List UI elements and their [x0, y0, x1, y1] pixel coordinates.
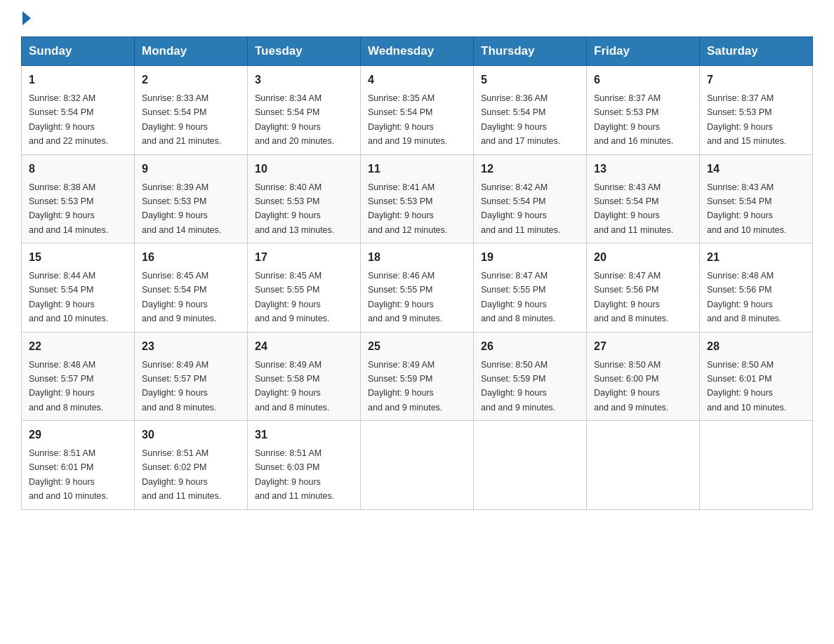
calendar-cell: 19 Sunrise: 8:47 AMSunset: 5:55 PMDaylig… — [474, 243, 587, 333]
weekday-header-sunday: Sunday — [22, 37, 135, 66]
calendar-header-row: SundayMondayTuesdayWednesdayThursdayFrid… — [22, 37, 813, 66]
calendar-cell: 29 Sunrise: 8:51 AMSunset: 6:01 PMDaylig… — [22, 421, 135, 510]
day-number: 23 — [142, 338, 240, 355]
calendar-cell: 10 Sunrise: 8:40 AMSunset: 5:53 PMDaylig… — [248, 154, 361, 243]
calendar-cell: 16 Sunrise: 8:45 AMSunset: 5:54 PMDaylig… — [135, 243, 248, 333]
calendar-cell: 18 Sunrise: 8:46 AMSunset: 5:55 PMDaylig… — [361, 243, 474, 333]
day-info: Sunrise: 8:49 AMSunset: 5:58 PMDaylight:… — [255, 360, 329, 412]
day-number: 2 — [142, 72, 240, 88]
day-info: Sunrise: 8:50 AMSunset: 5:59 PMDaylight:… — [481, 360, 555, 412]
day-number: 24 — [255, 338, 353, 355]
calendar-cell: 3 Sunrise: 8:34 AMSunset: 5:54 PMDayligh… — [248, 66, 361, 155]
day-info: Sunrise: 8:44 AMSunset: 5:54 PMDaylight:… — [29, 271, 108, 323]
day-info: Sunrise: 8:48 AMSunset: 5:57 PMDaylight:… — [29, 360, 103, 412]
day-info: Sunrise: 8:51 AMSunset: 6:02 PMDaylight:… — [142, 448, 221, 501]
calendar-cell: 5 Sunrise: 8:36 AMSunset: 5:54 PMDayligh… — [474, 66, 587, 155]
calendar-cell: 14 Sunrise: 8:43 AMSunset: 5:54 PMDaylig… — [700, 154, 813, 243]
day-number: 13 — [594, 161, 692, 177]
calendar-cell — [474, 421, 587, 510]
day-info: Sunrise: 8:40 AMSunset: 5:53 PMDaylight:… — [255, 182, 334, 235]
calendar-cell: 20 Sunrise: 8:47 AMSunset: 5:56 PMDaylig… — [587, 243, 700, 333]
day-number: 18 — [368, 249, 466, 266]
day-number: 28 — [707, 338, 805, 355]
day-info: Sunrise: 8:37 AMSunset: 5:53 PMDaylight:… — [707, 93, 786, 146]
day-number: 10 — [255, 161, 353, 177]
day-number: 8 — [29, 161, 127, 177]
day-info: Sunrise: 8:47 AMSunset: 5:55 PMDaylight:… — [481, 271, 555, 323]
calendar-week-row: 22 Sunrise: 8:48 AMSunset: 5:57 PMDaylig… — [22, 332, 813, 421]
day-number: 3 — [255, 72, 353, 88]
calendar-week-row: 1 Sunrise: 8:32 AMSunset: 5:54 PMDayligh… — [22, 66, 813, 155]
day-info: Sunrise: 8:42 AMSunset: 5:54 PMDaylight:… — [481, 182, 560, 235]
day-number: 4 — [368, 72, 466, 88]
day-info: Sunrise: 8:49 AMSunset: 5:59 PMDaylight:… — [368, 360, 442, 412]
day-number: 20 — [594, 249, 692, 266]
calendar-cell: 31 Sunrise: 8:51 AMSunset: 6:03 PMDaylig… — [248, 421, 361, 510]
day-number: 5 — [481, 72, 579, 88]
calendar-cell: 4 Sunrise: 8:35 AMSunset: 5:54 PMDayligh… — [361, 66, 474, 155]
logo — [21, 14, 31, 22]
calendar-cell — [361, 421, 474, 510]
day-number: 22 — [29, 338, 127, 355]
day-number: 7 — [707, 72, 805, 88]
day-number: 16 — [142, 249, 240, 266]
day-info: Sunrise: 8:48 AMSunset: 5:56 PMDaylight:… — [707, 271, 781, 323]
day-info: Sunrise: 8:37 AMSunset: 5:53 PMDaylight:… — [594, 93, 673, 146]
day-info: Sunrise: 8:34 AMSunset: 5:54 PMDaylight:… — [255, 93, 334, 146]
calendar-cell: 24 Sunrise: 8:49 AMSunset: 5:58 PMDaylig… — [248, 332, 361, 421]
calendar-cell: 17 Sunrise: 8:45 AMSunset: 5:55 PMDaylig… — [248, 243, 361, 333]
day-number: 12 — [481, 161, 579, 177]
calendar-week-row: 15 Sunrise: 8:44 AMSunset: 5:54 PMDaylig… — [22, 243, 813, 333]
day-number: 30 — [142, 427, 240, 443]
calendar-cell: 27 Sunrise: 8:50 AMSunset: 6:00 PMDaylig… — [587, 332, 700, 421]
day-number: 14 — [707, 161, 805, 177]
day-number: 6 — [594, 72, 692, 88]
day-info: Sunrise: 8:43 AMSunset: 5:54 PMDaylight:… — [594, 182, 673, 235]
day-info: Sunrise: 8:45 AMSunset: 5:54 PMDaylight:… — [142, 271, 216, 323]
calendar-week-row: 29 Sunrise: 8:51 AMSunset: 6:01 PMDaylig… — [22, 421, 813, 510]
day-number: 26 — [481, 338, 579, 355]
calendar-cell: 30 Sunrise: 8:51 AMSunset: 6:02 PMDaylig… — [135, 421, 248, 510]
day-info: Sunrise: 8:35 AMSunset: 5:54 PMDaylight:… — [368, 93, 447, 146]
day-info: Sunrise: 8:51 AMSunset: 6:03 PMDaylight:… — [255, 448, 334, 501]
day-number: 21 — [707, 249, 805, 266]
calendar-table: SundayMondayTuesdayWednesdayThursdayFrid… — [21, 36, 813, 510]
calendar-cell — [587, 421, 700, 510]
day-number: 1 — [29, 72, 127, 88]
calendar-cell: 11 Sunrise: 8:41 AMSunset: 5:53 PMDaylig… — [361, 154, 474, 243]
calendar-cell: 8 Sunrise: 8:38 AMSunset: 5:53 PMDayligh… — [22, 154, 135, 243]
day-info: Sunrise: 8:32 AMSunset: 5:54 PMDaylight:… — [29, 93, 108, 146]
calendar-cell: 28 Sunrise: 8:50 AMSunset: 6:01 PMDaylig… — [700, 332, 813, 421]
day-number: 11 — [368, 161, 466, 177]
day-info: Sunrise: 8:49 AMSunset: 5:57 PMDaylight:… — [142, 360, 216, 412]
weekday-header-friday: Friday — [587, 37, 700, 66]
calendar-cell: 26 Sunrise: 8:50 AMSunset: 5:59 PMDaylig… — [474, 332, 587, 421]
calendar-cell: 2 Sunrise: 8:33 AMSunset: 5:54 PMDayligh… — [135, 66, 248, 155]
weekday-header-monday: Monday — [135, 37, 248, 66]
day-number: 29 — [29, 427, 127, 443]
calendar-week-row: 8 Sunrise: 8:38 AMSunset: 5:53 PMDayligh… — [22, 154, 813, 243]
weekday-header-wednesday: Wednesday — [361, 37, 474, 66]
day-number: 9 — [142, 161, 240, 177]
calendar-cell: 12 Sunrise: 8:42 AMSunset: 5:54 PMDaylig… — [474, 154, 587, 243]
calendar-cell: 9 Sunrise: 8:39 AMSunset: 5:53 PMDayligh… — [135, 154, 248, 243]
day-info: Sunrise: 8:41 AMSunset: 5:53 PMDaylight:… — [368, 182, 447, 235]
page-header — [21, 14, 813, 22]
day-info: Sunrise: 8:50 AMSunset: 6:00 PMDaylight:… — [594, 360, 668, 412]
day-number: 17 — [255, 249, 353, 266]
day-info: Sunrise: 8:33 AMSunset: 5:54 PMDaylight:… — [142, 93, 221, 146]
calendar-cell — [700, 421, 813, 510]
calendar-cell: 13 Sunrise: 8:43 AMSunset: 5:54 PMDaylig… — [587, 154, 700, 243]
day-number: 27 — [594, 338, 692, 355]
calendar-cell: 6 Sunrise: 8:37 AMSunset: 5:53 PMDayligh… — [587, 66, 700, 155]
day-info: Sunrise: 8:45 AMSunset: 5:55 PMDaylight:… — [255, 271, 329, 323]
day-info: Sunrise: 8:47 AMSunset: 5:56 PMDaylight:… — [594, 271, 668, 323]
weekday-header-tuesday: Tuesday — [248, 37, 361, 66]
day-info: Sunrise: 8:43 AMSunset: 5:54 PMDaylight:… — [707, 182, 786, 235]
day-number: 31 — [255, 427, 353, 443]
calendar-cell: 15 Sunrise: 8:44 AMSunset: 5:54 PMDaylig… — [22, 243, 135, 333]
calendar-cell: 1 Sunrise: 8:32 AMSunset: 5:54 PMDayligh… — [22, 66, 135, 155]
calendar-cell: 25 Sunrise: 8:49 AMSunset: 5:59 PMDaylig… — [361, 332, 474, 421]
day-info: Sunrise: 8:36 AMSunset: 5:54 PMDaylight:… — [481, 93, 560, 146]
day-number: 15 — [29, 249, 127, 266]
